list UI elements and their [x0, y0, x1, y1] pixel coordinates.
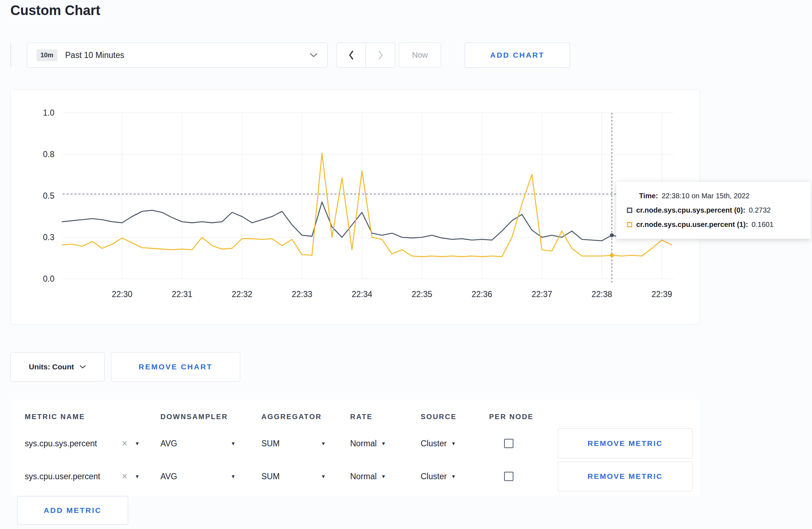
chart-tooltip: Time: 22:38:10 on Mar 15th, 2022 cr.node…: [616, 182, 811, 239]
table-row: sys.cpu.sys.percent × ▼ AVG ▼ SUM ▼ Norm…: [25, 427, 693, 460]
svg-text:0.0: 0.0: [43, 274, 54, 283]
dropdown-arrow-icon: ▼: [321, 441, 326, 446]
svg-text:22:37: 22:37: [532, 290, 552, 299]
source-select[interactable]: Cluster ▼: [421, 439, 489, 448]
svg-text:22:36: 22:36: [472, 290, 492, 299]
table-row: sys.cpu.user.percent × ▼ AVG ▼ SUM ▼ Nor…: [25, 460, 693, 493]
rate-value: Normal: [350, 439, 377, 448]
column-header-metric-name: METRIC NAME: [25, 413, 160, 421]
time-range-badge: 10m: [37, 49, 57, 61]
metrics-table: METRIC NAME DOWNSAMPLER AGGREGATOR RATE …: [10, 400, 700, 496]
svg-text:22:39: 22:39: [652, 290, 672, 299]
column-header-source: SOURCE: [421, 413, 489, 421]
remove-tag-icon[interactable]: ×: [122, 472, 127, 481]
metric-name-select[interactable]: sys.cpu.sys.percent × ▼: [25, 439, 160, 448]
svg-text:22:31: 22:31: [172, 290, 193, 299]
page-title: Custom Chart: [10, 3, 100, 18]
rate-value: Normal: [350, 472, 377, 481]
remove-metric-button[interactable]: REMOVE METRIC: [558, 461, 692, 491]
tooltip-time-label: Time:: [639, 192, 658, 200]
svg-text:22:32: 22:32: [232, 290, 252, 299]
chart-panel: 22:3022:3122:3222:3322:3422:3522:3622:37…: [10, 89, 700, 325]
svg-text:0.5: 0.5: [43, 191, 54, 200]
svg-text:22:30: 22:30: [112, 290, 132, 299]
source-value: Cluster: [421, 472, 447, 481]
per-node-checkbox[interactable]: [504, 472, 513, 481]
dropdown-arrow-icon: ▼: [135, 474, 140, 479]
dropdown-arrow-icon: ▼: [381, 474, 386, 479]
svg-text:1.0: 1.0: [43, 108, 54, 117]
line-chart[interactable]: 22:3022:3122:3222:3322:3422:3522:3622:37…: [11, 89, 700, 325]
tooltip-series-value: 0.2732: [749, 206, 771, 214]
tooltip-series-value: 0.1601: [751, 220, 773, 229]
dropdown-arrow-icon: ▼: [231, 474, 236, 479]
column-header-aggregator: AGGREGATOR: [261, 413, 350, 421]
tooltip-series-label: cr.node.sys.cpu.user.percent (1):: [636, 220, 748, 229]
source-select[interactable]: Cluster ▼: [421, 472, 489, 481]
tooltip-series-row: cr.node.sys.cpu.sys.percent (0): 0.2732: [627, 206, 800, 214]
downsampler-value: AVG: [160, 439, 177, 448]
svg-text:22:33: 22:33: [292, 290, 313, 299]
next-range-button[interactable]: [366, 43, 395, 68]
svg-text:22:38: 22:38: [591, 290, 612, 299]
aggregator-select[interactable]: SUM ▼: [261, 472, 350, 481]
tooltip-series-label: cr.node.sys.cpu.sys.percent (0):: [636, 206, 745, 214]
rate-select[interactable]: Normal ▼: [350, 472, 421, 481]
metric-name-select[interactable]: sys.cpu.user.percent × ▼: [25, 472, 160, 481]
add-metric-button[interactable]: ADD METRIC: [17, 496, 128, 525]
units-label: Units: Count: [29, 363, 74, 371]
dropdown-arrow-icon: ▼: [321, 474, 326, 479]
column-header-downsampler: DOWNSAMPLER: [160, 413, 261, 421]
units-select[interactable]: Units: Count: [10, 352, 105, 382]
column-header-per-node: PER NODE: [489, 413, 558, 421]
aggregator-select[interactable]: SUM ▼: [261, 439, 350, 448]
prev-range-button[interactable]: [337, 43, 366, 68]
time-range-label: Past 10 Minutes: [65, 50, 124, 60]
series-swatch-sys-icon: [627, 208, 632, 213]
metric-name: sys.cpu.user.percent: [25, 472, 100, 481]
svg-text:22:35: 22:35: [412, 290, 432, 299]
toolbar-divider: [10, 43, 11, 67]
remove-tag-icon[interactable]: ×: [122, 439, 127, 448]
add-chart-button[interactable]: ADD CHART: [465, 43, 570, 68]
aggregator-value: SUM: [261, 472, 280, 481]
remove-metric-button[interactable]: REMOVE METRIC: [558, 428, 692, 458]
svg-text:22:34: 22:34: [352, 290, 372, 299]
time-range-nav: [337, 43, 395, 68]
chevron-right-icon: [377, 49, 384, 61]
svg-text:0.3: 0.3: [43, 233, 54, 242]
per-node-checkbox[interactable]: [504, 439, 513, 448]
tooltip-time-value: 22:38:10 on Mar 15th, 2022: [662, 192, 750, 200]
table-header-row: METRIC NAME DOWNSAMPLER AGGREGATOR RATE …: [25, 406, 693, 427]
tooltip-time-row: Time: 22:38:10 on Mar 15th, 2022: [627, 192, 800, 200]
metric-name: sys.cpu.sys.percent: [25, 439, 97, 448]
downsampler-select[interactable]: AVG ▼: [160, 472, 261, 481]
series-swatch-user-icon: [627, 222, 632, 227]
aggregator-value: SUM: [261, 439, 280, 448]
dropdown-arrow-icon: ▼: [231, 441, 236, 446]
tooltip-series-row: cr.node.sys.cpu.user.percent (1): 0.1601: [627, 220, 800, 229]
dropdown-arrow-icon: ▼: [381, 441, 386, 446]
svg-text:0.8: 0.8: [43, 150, 54, 159]
chevron-down-icon: [309, 53, 318, 58]
now-button[interactable]: Now: [399, 43, 441, 68]
time-range-select[interactable]: 10m Past 10 Minutes: [27, 43, 328, 68]
downsampler-select[interactable]: AVG ▼: [160, 439, 261, 448]
chevron-down-icon: [79, 365, 86, 369]
downsampler-value: AVG: [160, 472, 177, 481]
column-header-rate: RATE: [350, 413, 421, 421]
dropdown-arrow-icon: ▼: [451, 441, 456, 446]
chevron-left-icon: [348, 49, 355, 61]
dropdown-arrow-icon: ▼: [451, 474, 456, 479]
source-value: Cluster: [421, 439, 447, 448]
rate-select[interactable]: Normal ▼: [350, 439, 421, 448]
remove-chart-button[interactable]: REMOVE CHART: [111, 352, 240, 382]
dropdown-arrow-icon: ▼: [135, 441, 140, 446]
